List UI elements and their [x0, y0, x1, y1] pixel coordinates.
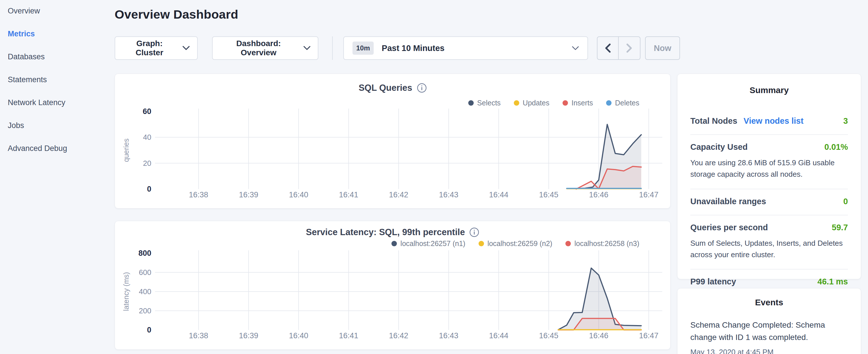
summary-row-label: Queries per second: [690, 223, 768, 232]
svg-text:16:45: 16:45: [539, 190, 559, 199]
summary-rows: Total NodesView nodes list3Capacity Used…: [690, 109, 848, 295]
summary-row-queries-per-second: Queries per second59.7Sum of Selects, Up…: [690, 215, 848, 270]
events-title: Events: [690, 297, 848, 307]
svg-text:16:46: 16:46: [589, 331, 609, 340]
svg-text:16:45: 16:45: [539, 331, 559, 340]
svg-text:16:42: 16:42: [389, 190, 408, 199]
sidebar-item-databases[interactable]: Databases: [8, 51, 113, 74]
svg-text:16:43: 16:43: [439, 331, 459, 340]
view-nodes-list-link[interactable]: View nodes list: [744, 116, 804, 126]
svg-text:200: 200: [139, 307, 151, 315]
summary-panel: Summary Total NodesView nodes list3Capac…: [677, 74, 861, 279]
svg-text:16:43: 16:43: [439, 190, 459, 199]
controls-divider: [332, 36, 333, 60]
svg-text:16:44: 16:44: [489, 331, 508, 340]
svg-text:600: 600: [139, 268, 151, 277]
event-item[interactable]: Schema Change Completed: Schema change w…: [690, 319, 848, 354]
summary-row-value: 0: [843, 197, 848, 206]
svg-text:400: 400: [139, 287, 151, 296]
chevron-down-icon: [572, 46, 579, 51]
summary-title: Summary: [690, 85, 848, 95]
event-text: Schema Change Completed: Schema change w…: [690, 319, 848, 344]
svg-text:16:41: 16:41: [339, 331, 359, 340]
summary-row-total-nodes: Total NodesView nodes list3: [690, 109, 848, 135]
svg-text:16:47: 16:47: [639, 331, 658, 340]
summary-row-value: 46.1 ms: [817, 277, 848, 286]
svg-text:16:44: 16:44: [489, 190, 508, 199]
summary-row-label: Capacity Used: [690, 142, 748, 152]
summary-row-description: You are using 28.6 MiB of 515.9 GiB usab…: [690, 157, 848, 180]
svg-text:16:42: 16:42: [389, 331, 408, 340]
svg-text:60: 60: [143, 107, 151, 116]
svg-text:16:46: 16:46: [589, 190, 609, 199]
sidebar-item-metrics[interactable]: Metrics: [8, 28, 113, 51]
summary-row-description: Sum of Selects, Updates, Inserts, and De…: [690, 237, 848, 261]
sidebar-item-jobs[interactable]: Jobs: [8, 120, 113, 142]
sidebar-item-network-latency[interactable]: Network Latency: [8, 97, 113, 120]
svg-text:16:39: 16:39: [239, 331, 258, 340]
summary-row-label: Unavailable ranges: [690, 197, 766, 206]
events-list: Schema Change Completed: Schema change w…: [690, 319, 848, 354]
dashboard-dropdown-label: Dashboard: Overview: [220, 39, 297, 57]
sidebar-nav: OverviewMetricsDatabasesStatementsNetwor…: [0, 0, 113, 354]
svg-text:16:40: 16:40: [289, 331, 308, 340]
summary-row-value: 59.7: [832, 223, 848, 232]
svg-text:16:38: 16:38: [189, 331, 208, 340]
now-button[interactable]: Now: [645, 36, 680, 60]
events-panel: Events Schema Change Completed: Schema c…: [677, 288, 861, 354]
graph-dropdown[interactable]: Graph: Cluster: [115, 36, 198, 60]
sidebar-item-overview[interactable]: Overview: [8, 5, 113, 28]
svg-text:16:38: 16:38: [189, 190, 208, 199]
svg-text:800: 800: [138, 249, 151, 257]
chevron-down-icon: [304, 46, 310, 51]
next-time-button[interactable]: [619, 37, 640, 59]
summary-row-unavailable-ranges: Unavailable ranges0: [690, 189, 848, 215]
chevron-left-icon: [605, 43, 611, 53]
summary-row-value: 0.01%: [825, 142, 848, 152]
time-window-dropdown[interactable]: 10m Past 10 Minutes: [343, 36, 588, 60]
svg-text:0: 0: [147, 326, 151, 334]
chevron-down-icon: [183, 46, 190, 51]
app-root: OverviewMetricsDatabasesStatementsNetwor…: [0, 0, 868, 354]
svg-text:16:41: 16:41: [339, 190, 359, 199]
svg-text:40: 40: [143, 133, 151, 141]
summary-row-label: P99 latency: [690, 277, 736, 286]
sql-queries-chart-canvas[interactable]: 020406016:3816:3916:4016:4116:4216:4316:…: [115, 74, 671, 209]
sidebar-item-statements[interactable]: Statements: [8, 74, 113, 97]
svg-text:16:39: 16:39: [239, 190, 258, 199]
svg-text:0: 0: [147, 185, 151, 193]
time-window-label: Past 10 Minutes: [382, 43, 444, 53]
svg-text:queries: queries: [122, 139, 130, 162]
time-window-badge: 10m: [352, 41, 374, 55]
dashboard-dropdown[interactable]: Dashboard: Overview: [212, 36, 318, 60]
summary-row-capacity-used: Capacity Used0.01%You are using 28.6 MiB…: [690, 135, 848, 189]
prev-time-button[interactable]: [597, 37, 619, 59]
service-latency-chart-canvas[interactable]: 020040060080016:3816:3916:4016:4116:4216…: [115, 221, 671, 350]
page-title: Overview Dashboard: [115, 7, 238, 22]
chevron-right-icon: [626, 43, 632, 53]
event-timestamp: May 13, 2020 at 4:45 PM: [690, 348, 848, 354]
time-pager: [597, 36, 641, 60]
svg-text:20: 20: [143, 159, 151, 167]
sidebar-item-advanced-debug[interactable]: Advanced Debug: [8, 142, 113, 165]
svg-text:16:47: 16:47: [639, 190, 658, 199]
summary-row-value: 3: [843, 116, 848, 126]
sql-queries-chart-card: SQL Queries SelectsUpdatesInsertsDeletes…: [115, 74, 671, 208]
svg-text:16:40: 16:40: [289, 190, 308, 199]
svg-text:latency (ms): latency (ms): [122, 272, 130, 311]
service-latency-chart-card: Service Latency: SQL, 99th percentile lo…: [115, 221, 671, 350]
summary-row-label: Total Nodes: [690, 116, 737, 126]
graph-dropdown-label: Graph: Cluster: [123, 39, 176, 57]
